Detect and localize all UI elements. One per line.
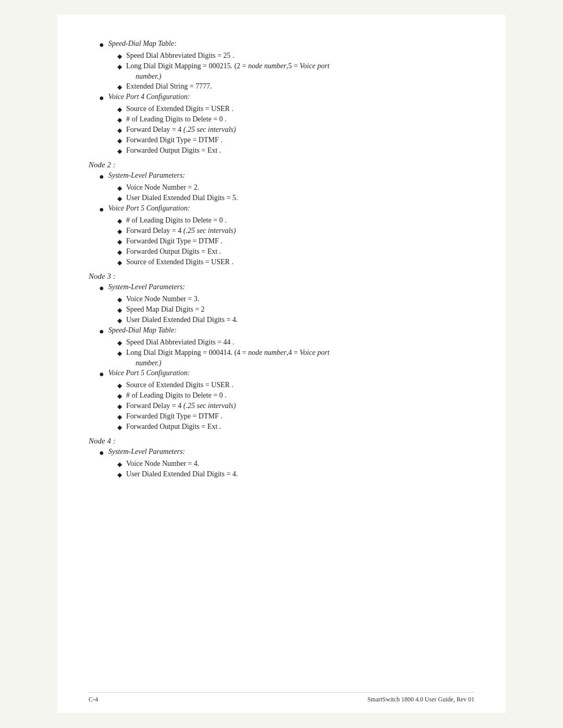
sub-bullet-symbol: ◆	[117, 471, 122, 479]
list-item-l2: ◆Forwarded Output Digits = Ext .	[117, 423, 474, 431]
sub-bullet-symbol: ◆	[117, 184, 122, 192]
sub-bullet-symbol: ◆	[117, 413, 122, 421]
sub-bullet-symbol: ◆	[117, 461, 122, 468]
footer-left: C-4	[89, 696, 98, 704]
list-item-l1: ●Voice Port 4 Configuration:	[99, 93, 474, 103]
sub-bullet-symbol: ◆	[117, 137, 122, 145]
bullet-symbol: ●	[99, 327, 104, 336]
list-item-l2: ◆Forwarded Digit Type = DTMF .	[117, 136, 474, 145]
list-item-text: Voice Node Number = 3.	[126, 295, 199, 303]
list-item-l2: ◆User Dialed Extended Dial Digits = 4.	[117, 470, 474, 479]
list-item-text: Forward Delay = 4 (.25 sec intervals)	[126, 126, 236, 134]
list-item-l2: ◆Forwarded Output Digits = Ext .	[117, 146, 474, 155]
content: ●Speed-Dial Map Table:◆Speed Dial Abbrev…	[89, 40, 474, 501]
list-item-text: Forward Delay = 4 (.25 sec intervals)	[126, 227, 236, 235]
sub-bullet-symbol: ◆	[117, 116, 122, 124]
footer-right: SmartSwitch 1800 4.0 User Guide, Rev 01	[368, 696, 474, 704]
section-label: Speed-Dial Map Table:	[108, 326, 177, 335]
sub-bullet-symbol: ◆	[117, 217, 122, 225]
list-item-l2: ◆Voice Node Number = 2.	[117, 183, 474, 192]
list-item-text: Source of Extended Digits = USER .	[126, 105, 234, 113]
list-item-text: Voice Node Number = 2.	[126, 183, 199, 192]
node-heading: Node 3 :	[89, 272, 474, 281]
sub-bullet-symbol: ◆	[117, 403, 122, 411]
sub-bullet-symbol: ◆	[117, 392, 122, 400]
node-heading: Node 4 :	[89, 437, 474, 446]
list-item-text: User Dialed Extended Dial Digits = 4.	[126, 470, 238, 478]
list-item-l2: ◆Extended Dial String = 7777.	[117, 82, 474, 91]
sub-bullet-symbol: ◆	[117, 147, 122, 155]
list-item-l2: ◆Forward Delay = 4 (.25 sec intervals)	[117, 227, 474, 236]
list-item-l2: ◆Voice Node Number = 3.	[117, 295, 474, 304]
list-item-text: User Dialed Extended Dial Digits = 5.	[126, 194, 238, 202]
list-item-l2: ◆# of Leading Digits to Delete = 0 .	[117, 391, 474, 400]
bullet-symbol: ●	[99, 40, 104, 50]
list-item-l2: ◆User Dialed Extended Dial Digits = 4.	[117, 316, 474, 325]
list-item-l1: ●Speed-Dial Map Table:	[99, 40, 474, 50]
continuation-text: number.)	[136, 72, 474, 81]
section-label: Voice Port 5 Configuration:	[108, 369, 190, 377]
list-item-l2: ◆Speed Map Dial Digits = 2	[117, 305, 474, 314]
list-item-text: # of Leading Digits to Delete = 0 .	[126, 391, 227, 400]
bullet-symbol: ●	[99, 205, 104, 214]
sub-bullet-symbol: ◆	[117, 382, 122, 390]
list-item-text: Long Dial Digit Mapping = 000215. (2 = n…	[126, 62, 329, 70]
node-heading: Node 2 :	[89, 161, 474, 169]
sub-bullet-symbol: ◆	[117, 317, 122, 325]
list-item-l1: ●Voice Port 5 Configuration:	[99, 204, 474, 214]
list-item-text: Speed Dial Abbreviated Digits = 44 .	[126, 338, 234, 347]
list-item-l1: ●System-Level Parameters:	[99, 283, 474, 293]
section-label: Speed-Dial Map Table:	[108, 40, 177, 48]
footer: C-4 SmartSwitch 1800 4.0 User Guide, Rev…	[89, 692, 474, 704]
sub-bullet-symbol: ◆	[117, 306, 122, 314]
list-item-l2: ◆Speed Dial Abbreviated Digits = 44 .	[117, 338, 474, 347]
sub-bullet-symbol: ◆	[117, 249, 122, 256]
list-item-l2: ◆Forwarded Digit Type = DTMF .	[117, 412, 474, 421]
section-label: System-Level Parameters:	[108, 171, 185, 180]
list-item-text: Source of Extended Digits = USER .	[126, 381, 234, 389]
list-item-l2: ◆User Dialed Extended Dial Digits = 5.	[117, 194, 474, 203]
list-item-l2: ◆Source of Extended Digits = USER .	[117, 381, 474, 390]
sub-bullet-symbol: ◆	[117, 83, 122, 91]
sub-bullet-symbol: ◆	[117, 127, 122, 134]
list-item-text: Voice Node Number = 4.	[126, 460, 199, 468]
list-item-text: Forwarded Digit Type = DTMF .	[126, 136, 223, 144]
sub-bullet-symbol: ◆	[117, 228, 122, 236]
list-item-l2: ◆Forwarded Digit Type = DTMF .	[117, 237, 474, 246]
list-item-text: Forwarded Output Digits = Ext .	[126, 146, 221, 155]
page: ●Speed-Dial Map Table:◆Speed Dial Abbrev…	[57, 15, 506, 713]
list-item-l1: ●System-Level Parameters:	[99, 171, 474, 181]
list-item-l2: ◆# of Leading Digits to Delete = 0 .	[117, 115, 474, 124]
list-item-text: Forwarded Output Digits = Ext .	[126, 423, 221, 431]
section-label: Voice Port 4 Configuration:	[108, 93, 190, 101]
sub-bullet-symbol: ◆	[117, 238, 122, 246]
list-item-l2: ◆Forward Delay = 4 (.25 sec intervals)	[117, 402, 474, 411]
list-item-text: Forwarded Digit Type = DTMF .	[126, 412, 223, 421]
sub-bullet-symbol: ◆	[117, 339, 122, 347]
list-item-l2: ◆Forward Delay = 4 (.25 sec intervals)	[117, 126, 474, 134]
sub-bullet-symbol: ◆	[117, 296, 122, 304]
section-label: System-Level Parameters:	[108, 283, 185, 291]
sub-bullet-symbol: ◆	[117, 53, 122, 60]
sub-bullet-symbol: ◆	[117, 424, 122, 431]
sub-bullet-symbol: ◆	[117, 350, 122, 357]
list-item-l2: ◆Source of Extended Digits = USER .	[117, 258, 474, 267]
sub-bullet-symbol: ◆	[117, 259, 122, 267]
list-item-l2: ◆# of Leading Digits to Delete = 0 .	[117, 216, 474, 225]
bullet-symbol: ●	[99, 93, 104, 103]
list-item-l2: ◆Long Dial Digit Mapping = 000215. (2 = …	[117, 62, 474, 71]
continuation-text: number.)	[136, 359, 474, 367]
sub-bullet-symbol: ◆	[117, 106, 122, 114]
bullet-symbol: ●	[99, 369, 104, 379]
sub-bullet-symbol: ◆	[117, 195, 122, 203]
list-item-l2: ◆Source of Extended Digits = USER .	[117, 105, 474, 114]
list-item-text: # of Leading Digits to Delete = 0 .	[126, 216, 227, 225]
list-item-text: Extended Dial String = 7777.	[126, 82, 212, 91]
list-item-l2: ◆Long Dial Digit Mapping = 000414. (4 = …	[117, 349, 474, 357]
list-item-text: Forwarded Digit Type = DTMF .	[126, 237, 223, 245]
list-item-l1: ●System-Level Parameters:	[99, 448, 474, 458]
list-item-l1: ●Speed-Dial Map Table:	[99, 326, 474, 336]
section-label: System-Level Parameters:	[108, 448, 185, 456]
list-item-text: Forwarded Output Digits = Ext .	[126, 248, 221, 256]
list-item-l2: ◆Speed Dial Abbreviated Digits = 25 .	[117, 52, 474, 60]
